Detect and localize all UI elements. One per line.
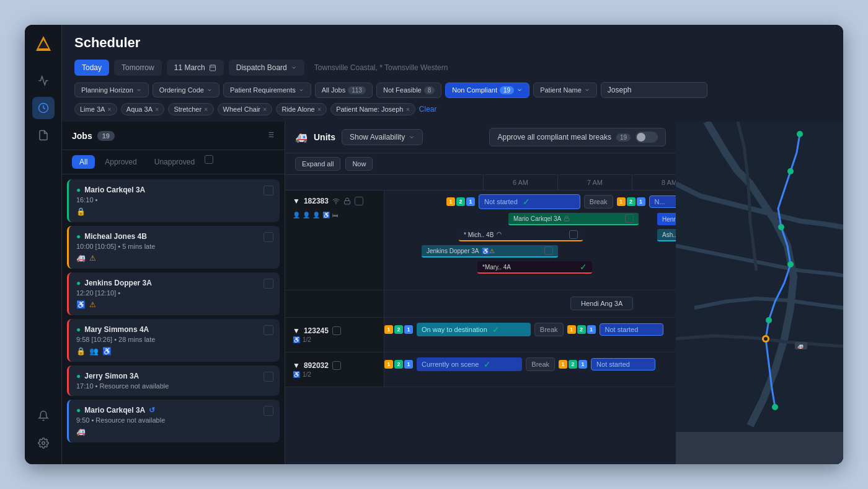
- micheal-checkbox[interactable]: [569, 230, 578, 239]
- tab-all[interactable]: All: [72, 155, 95, 169]
- sdot-2: 2: [456, 197, 465, 206]
- tomorrow-button[interactable]: Tomorrow: [114, 60, 162, 76]
- row-checkbox-892032[interactable]: [332, 361, 341, 370]
- show-availability-button[interactable]: Show Availability: [342, 129, 423, 145]
- wheelchair-123245: ♿: [293, 336, 300, 343]
- collapse-icon[interactable]: ▼: [293, 197, 300, 205]
- tab-unapproved[interactable]: Unapproved: [147, 155, 202, 169]
- planning-chevron-icon: [136, 87, 142, 93]
- list-item[interactable]: ● Jenkins Dopper 3A 12:20 [12:10] • ♿ ⚠: [67, 272, 280, 315]
- row-checkbox-182383[interactable]: [355, 197, 363, 205]
- non-compliant-chevron-icon: [516, 87, 523, 93]
- patient-name-filter[interactable]: Patient Name: [533, 83, 597, 97]
- march-date-label: 11 March: [174, 63, 205, 72]
- patient-requirements-label: Patient Requirements: [230, 86, 296, 94]
- tag-aqua3a-close[interactable]: ×: [155, 105, 159, 113]
- break-bar-1: Break: [584, 195, 613, 209]
- nav-bell-icon[interactable]: [32, 405, 55, 427]
- sort-icon[interactable]: [266, 130, 275, 141]
- job-checkbox[interactable]: [264, 279, 273, 289]
- planning-horizon-filter[interactable]: Planning Horizon: [74, 83, 149, 97]
- all-jobs-filter[interactable]: All Jobs 113: [315, 83, 373, 98]
- status-row-892032: 1 2 1 Currently on scene ✓ Br: [384, 357, 655, 371]
- patient-name-label: Patient Name: [540, 86, 582, 94]
- tab-approved[interactable]: Approved: [97, 155, 144, 169]
- on-way-bar: On way to destination ✓: [417, 323, 531, 336]
- tag-stretcher-close[interactable]: ×: [204, 105, 208, 113]
- list-item[interactable]: ● Mario Carkqel 3A ↺ 9:50 • Resource not…: [67, 400, 280, 442]
- gantt-label-123245: ▼ 123245 ♿ 1/2: [285, 318, 384, 352]
- tag-stretcher: Stretcher ×: [168, 103, 213, 115]
- jenkins-alert-icon: ⚠: [489, 248, 495, 254]
- jobs-count-badge: 19: [97, 131, 115, 141]
- approve-toggle[interactable]: [636, 132, 658, 143]
- tag-patientname: Patient Name: Joseph ×: [330, 103, 415, 115]
- patient-name-input[interactable]: [601, 82, 707, 98]
- sdot-b: 2: [394, 325, 403, 334]
- task-jenkins: Jenkins Dopper 3A ♿ ⚠: [422, 245, 558, 258]
- now-button[interactable]: Now: [345, 157, 373, 171]
- march-date-button[interactable]: 11 March: [167, 60, 224, 76]
- nav-analytics-icon[interactable]: [32, 70, 55, 92]
- tag-lime3a-close[interactable]: ×: [107, 105, 111, 113]
- approve-button[interactable]: Approve all compliant meal breaks 19: [489, 128, 666, 146]
- person3-icon: 👤: [312, 212, 320, 218]
- sdot-f: 1: [587, 325, 596, 334]
- dispatch-board-button[interactable]: Dispatch Board: [229, 60, 304, 76]
- map-dot-2: [787, 168, 794, 174]
- units-header: 🚑 Units Show Availability Approve all co…: [285, 122, 676, 153]
- clear-filters-link[interactable]: Clear: [419, 105, 437, 114]
- approve-count: 19: [616, 133, 631, 141]
- job-checkbox[interactable]: [264, 186, 273, 195]
- not-started-label: Not started: [484, 198, 518, 205]
- job-checkbox[interactable]: [264, 372, 273, 382]
- row-checkbox-123245[interactable]: [332, 326, 341, 335]
- tag-wheelchair-close[interactable]: ×: [263, 105, 267, 113]
- people-icon: 👥: [89, 347, 99, 356]
- status-dots-2: 1 2 1: [617, 197, 645, 206]
- ordering-chevron-icon: [206, 87, 213, 93]
- not-feasible-filter[interactable]: Not Feasible 8: [376, 83, 441, 98]
- gantt-track-892032: 1 2 1 Currently on scene ✓ Br: [384, 352, 676, 387]
- patient-requirements-filter[interactable]: Patient Requirements: [223, 83, 311, 97]
- non-compliant-filter[interactable]: Non Compliant 19: [445, 83, 529, 98]
- nav-scheduler-icon[interactable]: [32, 97, 55, 119]
- svg-rect-4: [210, 65, 215, 71]
- job-checkbox[interactable]: [264, 406, 273, 416]
- nav-document-icon[interactable]: [32, 124, 55, 146]
- tag-ridealone-close[interactable]: ×: [317, 105, 321, 113]
- sdot-d: 1: [567, 325, 576, 334]
- nav-settings-icon[interactable]: [32, 432, 55, 454]
- timeline-controls: Expand all Now: [285, 153, 676, 175]
- gantt-row-182383: ▼ 182383 👤 👤 👤: [285, 191, 676, 290]
- mario-checkbox[interactable]: [625, 214, 634, 223]
- refresh-icon: ↺: [149, 406, 155, 415]
- expand-all-button[interactable]: Expand all: [295, 157, 340, 171]
- map-panel: 🚑: [676, 122, 843, 464]
- approve-label: Approve all compliant meal breaks: [497, 133, 611, 141]
- gantt-container[interactable]: 6 AM 7 AM 8 AM 9 AM 10 AM: [285, 175, 676, 464]
- gantt-label-182383: ▼ 182383 👤 👤 👤: [285, 191, 384, 290]
- svg-text:🚑: 🚑: [797, 343, 804, 349]
- collapse-892032[interactable]: ▼: [293, 361, 300, 370]
- check-icon-2: ✓: [492, 325, 500, 334]
- not-started-123245: Not started: [600, 323, 664, 336]
- list-item[interactable]: ● Jerry Simon 3A 17:10 • Resource not av…: [67, 366, 280, 396]
- list-item[interactable]: ● Mario Carkqel 3A 16:10 • 🔒: [67, 179, 280, 222]
- tag-ridealone: Ride Alone ×: [276, 103, 327, 115]
- jenkins-checkbox[interactable]: [544, 246, 553, 255]
- job-checkbox[interactable]: [264, 325, 273, 335]
- list-item[interactable]: ● Micheal Jones 4B 10:00 [10:05] • 5 min…: [67, 226, 280, 269]
- unapproved-checkbox[interactable]: [205, 155, 213, 164]
- gantt-row-hendi: Hendi Ang 3A: [285, 290, 676, 318]
- ordering-code-filter[interactable]: Ordering Code: [153, 83, 219, 97]
- wheelchair-icon: ♿: [76, 300, 86, 309]
- ambulance-icon2: 🚑: [76, 428, 86, 436]
- job-checkbox[interactable]: [264, 232, 273, 242]
- list-item[interactable]: ● Mary Simmons 4A 9:58 [10:26] • 28 mins…: [67, 319, 280, 362]
- collapse-123245[interactable]: ▼: [293, 326, 300, 335]
- units-title: Units: [314, 132, 335, 142]
- today-button[interactable]: Today: [74, 60, 109, 76]
- tag-patientname-close[interactable]: ×: [405, 105, 409, 113]
- on-scene-bar: Currently on scene ✓: [417, 357, 522, 371]
